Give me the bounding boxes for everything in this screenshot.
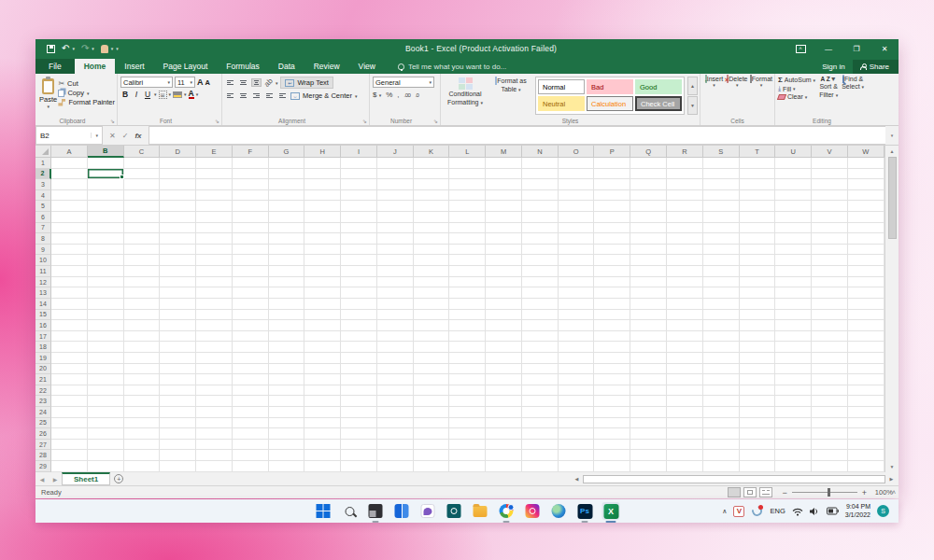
cell-M26[interactable] [486, 428, 522, 440]
cell-B4[interactable] [88, 190, 124, 202]
cut-button[interactable]: ✂Cut [58, 79, 115, 88]
cell-E11[interactable] [196, 266, 233, 277]
cell-R28[interactable] [667, 450, 703, 461]
cell-W5[interactable] [848, 201, 884, 212]
cell-P23[interactable] [594, 396, 630, 407]
cell-V2[interactable] [812, 169, 848, 180]
formula-input[interactable] [149, 126, 885, 145]
cell-G27[interactable] [269, 440, 305, 451]
cell-F7[interactable] [233, 223, 269, 234]
scroll-right-icon[interactable]: ▶ [886, 474, 897, 483]
cell-K10[interactable] [414, 255, 450, 266]
row-header-7[interactable]: 7 [35, 223, 51, 234]
column-header-V[interactable]: V [812, 146, 848, 158]
cell-H15[interactable] [304, 310, 341, 321]
cell-L5[interactable] [449, 201, 486, 212]
taskbar-browser-wheel-icon[interactable] [498, 502, 516, 520]
cell-B17[interactable] [88, 331, 124, 343]
cell-V3[interactable] [812, 179, 848, 190]
cell-C27[interactable] [124, 440, 161, 451]
cell-C18[interactable] [124, 342, 161, 353]
cell-N13[interactable] [522, 287, 559, 299]
cell-A9[interactable] [51, 245, 88, 256]
cell-W22[interactable] [848, 385, 884, 397]
cell-Q13[interactable] [630, 287, 667, 299]
font-color-button[interactable]: A [189, 90, 194, 99]
cell-H11[interactable] [304, 266, 341, 277]
cell-A1[interactable] [51, 158, 88, 169]
cell-S6[interactable] [703, 212, 740, 223]
cell-P12[interactable] [594, 277, 630, 288]
cell-B2[interactable] [88, 169, 124, 180]
cell-M16[interactable] [486, 320, 522, 331]
page-break-view-button[interactable] [759, 487, 772, 497]
cell-V18[interactable] [812, 342, 848, 353]
taskbar-photoshop-icon[interactable]: Ps [576, 502, 594, 520]
cell-R23[interactable] [667, 396, 703, 407]
tab-data[interactable]: Data [269, 59, 304, 74]
font-dialog-launcher-icon[interactable]: ⇘ [215, 118, 219, 124]
gallery-down-icon[interactable]: ▼ [687, 96, 698, 115]
restore-button[interactable]: ❐ [842, 39, 870, 58]
tab-insert[interactable]: Insert [115, 59, 153, 74]
cell-D10[interactable] [160, 255, 196, 266]
cell-O7[interactable] [559, 223, 595, 234]
cell-I13[interactable] [341, 287, 377, 299]
cell-V1[interactable] [812, 158, 848, 169]
grow-font-button[interactable]: A [197, 77, 204, 87]
bottom-align-button[interactable] [251, 78, 262, 87]
cell-I15[interactable] [341, 310, 377, 321]
cell-B7[interactable] [88, 223, 124, 234]
wifi-icon[interactable] [792, 507, 803, 516]
cell-G11[interactable] [269, 266, 305, 277]
cell-Q15[interactable] [630, 310, 667, 321]
cell-H5[interactable] [304, 201, 341, 212]
cell-D7[interactable] [160, 223, 196, 234]
cell-C13[interactable] [124, 287, 161, 299]
cell-Q2[interactable] [630, 169, 667, 180]
cell-A29[interactable] [51, 461, 88, 472]
cell-L2[interactable] [449, 169, 486, 180]
cell-F18[interactable] [233, 342, 269, 353]
cell-E10[interactable] [196, 255, 233, 266]
cell-N21[interactable] [522, 374, 559, 385]
cell-H6[interactable] [304, 212, 341, 223]
cell-J7[interactable] [377, 223, 414, 234]
cell-H18[interactable] [304, 342, 341, 353]
cell-J11[interactable] [377, 266, 414, 277]
cell-H21[interactable] [304, 374, 341, 385]
cell-S22[interactable] [703, 385, 740, 397]
cell-U29[interactable] [775, 461, 812, 472]
cell-Q7[interactable] [630, 223, 667, 234]
taskbar-o-app-icon[interactable] [446, 502, 463, 520]
cell-D9[interactable] [160, 245, 196, 256]
cell-O18[interactable] [559, 342, 595, 353]
cell-W4[interactable] [848, 190, 884, 202]
redo-icon[interactable]: ↷ [81, 44, 89, 53]
delete-cells-button[interactable]: Delete▾ [727, 76, 748, 115]
cell-V19[interactable] [812, 353, 848, 364]
cell-F15[interactable] [233, 310, 269, 321]
taskbar-chat-icon[interactable] [419, 502, 437, 520]
undo-dropdown-icon[interactable]: ▾ [72, 46, 75, 51]
cell-V7[interactable] [812, 223, 848, 234]
cell-N16[interactable] [522, 320, 559, 331]
cell-D18[interactable] [160, 342, 196, 353]
cell-E5[interactable] [196, 201, 233, 212]
align-center-button[interactable] [238, 91, 248, 100]
cell-R21[interactable] [667, 374, 703, 385]
cell-I26[interactable] [341, 428, 377, 440]
cell-Q8[interactable] [630, 233, 667, 245]
cell-U26[interactable] [775, 428, 812, 440]
cell-P8[interactable] [594, 233, 630, 245]
cell-N12[interactable] [522, 277, 559, 288]
cell-H3[interactable] [304, 179, 341, 190]
cell-O21[interactable] [559, 374, 595, 385]
scroll-up-icon[interactable]: ▲ [885, 146, 899, 157]
cell-H23[interactable] [304, 396, 341, 407]
row-header-4[interactable]: 4 [35, 190, 51, 202]
cell-I23[interactable] [341, 396, 377, 407]
cell-J12[interactable] [377, 277, 414, 288]
cell-L7[interactable] [449, 223, 486, 234]
cell-W23[interactable] [848, 396, 884, 407]
